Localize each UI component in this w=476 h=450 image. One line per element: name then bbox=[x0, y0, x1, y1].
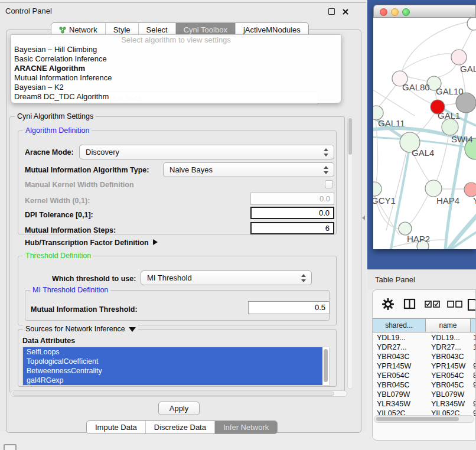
network-node[interactable] bbox=[425, 180, 442, 197]
table-cell: YBR043C bbox=[426, 352, 471, 361]
table-cell: YBL079W bbox=[426, 390, 471, 399]
gear-icon[interactable] bbox=[382, 298, 394, 310]
table-cell: YBR045C bbox=[426, 380, 471, 390]
control-panel-title: Control Panel bbox=[5, 6, 52, 15]
tab-infer-network[interactable]: Infer Network bbox=[214, 421, 277, 433]
scrollbar-thumb[interactable] bbox=[12, 392, 334, 396]
network-edge[interactable] bbox=[461, 28, 473, 51]
node-label: HAP2 bbox=[407, 234, 430, 244]
table-cell bbox=[471, 390, 476, 399]
checked-checkboxes-icon[interactable] bbox=[425, 301, 440, 308]
algorithm-option[interactable]: Bayesian – K2 bbox=[11, 83, 341, 92]
manual-kernel-width-checkbox[interactable] bbox=[325, 180, 333, 188]
column-header-extra[interactable]: A bbox=[471, 319, 476, 332]
mi-steps-field[interactable]: 6 bbox=[250, 222, 334, 234]
network-edge[interactable] bbox=[378, 84, 397, 107]
table-cell: YDL19... bbox=[373, 333, 426, 343]
settings-horizontal-scrollbar[interactable] bbox=[11, 390, 347, 397]
float-window-icon[interactable] bbox=[328, 8, 335, 15]
which-threshold-combo[interactable]: MI Threshold bbox=[141, 270, 312, 285]
network-svg: GAL7GAL80GAL10GAL1GAL11SWI4GAL4GCY1HAP4Y… bbox=[373, 18, 476, 249]
settings-vertical-scrollbar[interactable] bbox=[347, 116, 353, 389]
scrollbar-thumb[interactable] bbox=[348, 118, 352, 155]
scrollbar-thumb[interactable] bbox=[376, 417, 459, 421]
column-header-shared[interactable]: shared... bbox=[373, 319, 426, 332]
table-toolbar bbox=[373, 296, 475, 315]
aracne-mode-combo[interactable]: Discovery bbox=[79, 145, 334, 159]
algorithm-option[interactable]: Bayesian – Hill Climbing bbox=[11, 45, 341, 54]
algorithm-definition-legend: Algorithm Definition bbox=[23, 126, 92, 135]
expander-arrow-icon bbox=[153, 239, 158, 245]
network-edge[interactable] bbox=[409, 194, 429, 224]
network-edge[interactable] bbox=[407, 77, 430, 81]
table-row[interactable]: YER054CYER054C8. bbox=[373, 371, 476, 380]
tab-impute-data[interactable]: Impute Data bbox=[87, 421, 145, 433]
network-node[interactable] bbox=[467, 18, 476, 30]
data-attribute-item[interactable]: gal4RGexp bbox=[23, 376, 322, 385]
node-label: GAL11 bbox=[378, 118, 405, 128]
network-edge[interactable] bbox=[449, 213, 476, 249]
hub-definition-expander[interactable]: Hub/Transcription Factor Definition bbox=[25, 239, 158, 247]
table-row[interactable]: YDR27...YDR27...12 bbox=[373, 343, 476, 352]
node-label: GAL10 bbox=[436, 86, 464, 96]
kernel-width-field[interactable]: 0.0 bbox=[250, 193, 334, 205]
minimize-traffic-light[interactable] bbox=[391, 8, 399, 16]
panel-collapse-arrow-icon[interactable] bbox=[362, 216, 365, 220]
table-horizontal-scrollbar[interactable] bbox=[374, 415, 474, 423]
list-scrollbar-thumb[interactable] bbox=[324, 349, 328, 382]
split-columns-icon[interactable] bbox=[403, 298, 416, 310]
network-window-titlebar[interactable] bbox=[373, 5, 476, 18]
aracne-mode-label: Aracne Mode: bbox=[25, 148, 74, 156]
network-node[interactable] bbox=[442, 119, 458, 135]
stepper-icon bbox=[301, 274, 306, 282]
network-edge[interactable] bbox=[400, 54, 456, 72]
table-row[interactable]: YBL079WYBL079W bbox=[373, 390, 476, 399]
data-attributes-list[interactable]: SelfLoopsTopologicalCoefficientBetweenne… bbox=[22, 347, 330, 386]
table-row[interactable]: YPR145WYPR145W9. bbox=[373, 361, 476, 371]
network-node[interactable] bbox=[451, 50, 467, 65]
close-traffic-light[interactable] bbox=[380, 8, 387, 16]
app-root: Control Panel Network Style Select Cyni … bbox=[0, 0, 476, 450]
algorithm-dropdown-placeholder: Select algorithm to view settings bbox=[11, 35, 341, 45]
algorithm-option[interactable]: Basic Correlation Inference bbox=[11, 54, 341, 64]
table-cell: YLR345W bbox=[426, 399, 471, 409]
table-cell: YER054C bbox=[373, 371, 426, 380]
close-icon[interactable] bbox=[342, 8, 349, 15]
unchecked-checkboxes-icon[interactable] bbox=[447, 301, 462, 308]
algorithm-dropdown-list: Bayesian – Hill ClimbingBasic Correlatio… bbox=[11, 45, 341, 102]
table-row[interactable]: YBR045CYBR045C9. bbox=[373, 380, 476, 390]
network-edge[interactable] bbox=[444, 103, 457, 105]
mi-algorithm-type-label: Mutual Information Algorithm Type: bbox=[25, 166, 149, 174]
algorithm-option[interactable]: ARACNE Algorithm bbox=[11, 64, 341, 73]
mi-threshold-field[interactable]: 0.5 bbox=[248, 301, 330, 314]
zoom-traffic-light[interactable] bbox=[402, 8, 410, 16]
mi-algorithm-type-combo[interactable]: Naive Bayes bbox=[163, 162, 334, 177]
node-label: GAL4 bbox=[412, 148, 434, 158]
data-attribute-item[interactable]: SelfLoops bbox=[23, 347, 322, 357]
algorithm-option[interactable]: Dream8 DC_TDC Algorithm bbox=[11, 92, 341, 102]
table-cell: YDL19... bbox=[426, 333, 471, 343]
document-icon[interactable] bbox=[467, 298, 476, 311]
node-label: GAL7 bbox=[460, 64, 476, 74]
data-attribute-item[interactable]: BetweennessCentrality bbox=[23, 366, 322, 376]
network-node[interactable] bbox=[373, 182, 382, 196]
dpi-tolerance-field[interactable]: 0.0 bbox=[250, 207, 334, 219]
network-icon bbox=[59, 27, 66, 34]
apply-button[interactable]: Apply bbox=[158, 402, 200, 415]
table-row[interactable]: YLR345WYLR345W9. bbox=[373, 399, 476, 409]
table-cell: YER054C bbox=[426, 371, 471, 380]
algorithm-option[interactable]: Mutual Information Inference bbox=[11, 73, 341, 83]
network-view[interactable]: GAL7GAL80GAL10GAL1GAL11SWI4GAL4GCY1HAP4Y… bbox=[373, 18, 476, 249]
network-edge[interactable] bbox=[436, 134, 449, 181]
bottom-corner-button[interactable] bbox=[4, 444, 17, 450]
table-cell: YDR27... bbox=[373, 343, 426, 352]
network-node[interactable] bbox=[464, 182, 476, 197]
dpi-tolerance-label: DPI Tolerance [0,1]: bbox=[25, 211, 93, 219]
tab-discretize-data[interactable]: Discretize Data bbox=[145, 421, 214, 433]
network-node[interactable] bbox=[399, 222, 412, 235]
column-header-name[interactable]: name bbox=[426, 319, 471, 332]
algorithm-dropdown: Select algorithm to view settings Bayesi… bbox=[11, 34, 341, 103]
table-row[interactable]: YDL19...YDL19...13 bbox=[373, 333, 476, 343]
table-row[interactable]: YBR043CYBR043C bbox=[373, 352, 476, 361]
data-attribute-item[interactable]: TopologicalCoefficient bbox=[23, 357, 322, 366]
